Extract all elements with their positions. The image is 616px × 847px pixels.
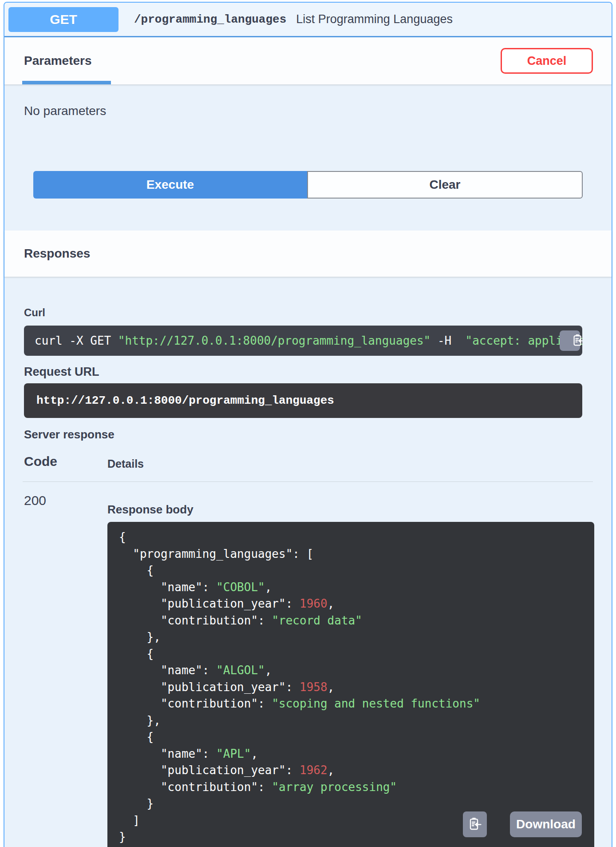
no-parameters-text: No parameters bbox=[24, 104, 106, 118]
http-method-badge: GET bbox=[8, 7, 118, 32]
clipboard-copy-icon bbox=[468, 816, 482, 833]
request-url-label: Request URL bbox=[24, 365, 99, 379]
copy-curl-button[interactable] bbox=[560, 330, 580, 351]
endpoint-summary-bar[interactable]: GET /programming_languages List Programm… bbox=[4, 3, 612, 37]
cancel-button[interactable]: Cancel bbox=[501, 48, 593, 74]
curl-command-text: curl -X GET "http://127.0.0.1:8000/progr… bbox=[35, 334, 582, 347]
response-body-block[interactable]: { "programming_languages": [ { "name": "… bbox=[107, 522, 594, 847]
endpoint-path: /programming_languages bbox=[134, 13, 286, 26]
copy-response-button[interactable] bbox=[463, 811, 487, 837]
responses-section-header: Responses bbox=[4, 231, 612, 277]
clear-button[interactable]: Clear bbox=[307, 171, 583, 199]
tab-parameters[interactable]: Parameters bbox=[24, 54, 92, 68]
active-tab-indicator bbox=[22, 81, 111, 84]
execute-row: Execute Clear bbox=[33, 171, 583, 199]
download-button[interactable]: Download bbox=[510, 811, 582, 837]
clipboard-copy-icon bbox=[555, 326, 582, 355]
request-url-bar: http://127.0.0.1:8000/programming_langua… bbox=[24, 383, 582, 418]
request-url-text: http://127.0.0.1:8000/programming_langua… bbox=[36, 394, 334, 407]
responses-title: Responses bbox=[24, 247, 90, 261]
details-column-header: Details bbox=[107, 457, 144, 470]
server-response-label: Server response bbox=[24, 428, 115, 441]
response-body-label: Response body bbox=[107, 503, 193, 517]
status-code: 200 bbox=[24, 493, 46, 508]
table-divider bbox=[23, 481, 593, 482]
endpoint-description: List Programming Languages bbox=[296, 12, 453, 26]
opblock-get: GET /programming_languages List Programm… bbox=[4, 2, 612, 847]
execute-button[interactable]: Execute bbox=[33, 171, 307, 199]
curl-command-bar[interactable]: curl -X GET "http://127.0.0.1:8000/progr… bbox=[24, 326, 582, 356]
swagger-operation-page: GET /programming_languages List Programm… bbox=[0, 0, 616, 847]
parameters-section-header: Parameters Cancel bbox=[4, 37, 612, 84]
response-body-json: { "programming_languages": [ { "name": "… bbox=[119, 529, 594, 846]
code-column-header: Code bbox=[24, 454, 57, 469]
curl-label: Curl bbox=[24, 306, 45, 319]
